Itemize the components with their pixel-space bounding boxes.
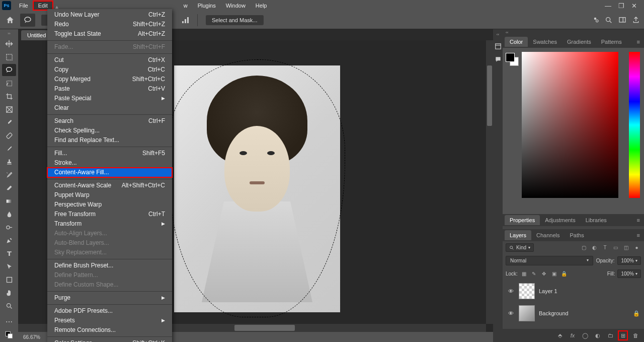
opacity-value[interactable]: 100%▾: [617, 256, 641, 265]
adjustment-layer-icon[interactable]: ◐: [593, 331, 602, 340]
menu-item-paste-special[interactable]: Paste Special▶: [47, 94, 172, 103]
menu-item-cut[interactable]: CutCtrl+X: [47, 55, 172, 65]
visibility-icon[interactable]: 👁: [507, 310, 515, 316]
menu-item-transform[interactable]: Transform▶: [47, 219, 172, 229]
scroll-up-icon[interactable]: ▲: [54, 4, 59, 10]
magic-wand-tool-icon[interactable]: [2, 77, 16, 89]
menu-truncated[interactable]: w: [179, 1, 193, 10]
hue-slider[interactable]: [629, 52, 640, 198]
layer-row[interactable]: 👁 Layer 1: [503, 280, 644, 302]
foreground-color-swatch[interactable]: [506, 53, 515, 62]
workspace-icon[interactable]: [618, 16, 627, 24]
document-canvas[interactable]: [174, 65, 340, 312]
menu-item-remote-connections[interactable]: Remote Connections...: [47, 325, 172, 335]
menu-item-color-settings[interactable]: Color Settings...Shift+Ctrl+K: [47, 338, 172, 342]
frame-tool-icon[interactable]: [2, 103, 16, 115]
layer-name[interactable]: Layer 1: [539, 288, 557, 294]
brush-tool-icon[interactable]: [2, 143, 16, 155]
menu-item-check-spelling[interactable]: Check Spelling...: [47, 126, 172, 135]
tab-adjustments[interactable]: Adjustments: [540, 215, 581, 225]
type-tool-icon[interactable]: [2, 247, 16, 259]
menu-item-paste[interactable]: PasteCtrl+V: [47, 84, 172, 94]
delete-layer-icon[interactable]: 🗑: [631, 331, 640, 340]
marquee-tool-icon[interactable]: [2, 51, 16, 63]
search-icon[interactable]: [605, 16, 613, 24]
menu-item-purge[interactable]: Purge▶: [47, 293, 172, 303]
scrollbar-thumb[interactable]: [487, 65, 492, 126]
expand-icon[interactable]: ‹‹: [497, 32, 499, 37]
tab-patterns[interactable]: Patterns: [596, 37, 627, 47]
filter-kind-select[interactable]: Kind ▾: [506, 243, 534, 252]
menu-item-stroke[interactable]: Stroke...: [47, 158, 172, 168]
eraser-tool-icon[interactable]: [2, 182, 16, 194]
gradient-tool-icon[interactable]: [2, 195, 16, 207]
filter-shape-icon[interactable]: ▭: [611, 243, 620, 252]
history-brush-tool-icon[interactable]: [2, 169, 16, 181]
eyedropper-tool-icon[interactable]: [2, 116, 16, 128]
menu-item-adobe-pdf-presets[interactable]: Adobe PDF Presets...: [47, 306, 172, 316]
tab-color[interactable]: Color: [505, 37, 528, 47]
tab-libraries[interactable]: Libraries: [581, 215, 612, 225]
lock-artboard-icon[interactable]: ▣: [550, 270, 558, 278]
fill-value[interactable]: 100%▾: [617, 269, 641, 278]
menu-item-undo-new-layer[interactable]: Undo New LayerCtrl+Z: [47, 10, 172, 20]
link-layers-icon[interactable]: ⬘: [555, 331, 565, 340]
collapse-icon[interactable]: ‹‹: [503, 29, 644, 36]
menu-item-fill[interactable]: Fill...Shift+F5: [47, 149, 172, 158]
color-picker-field[interactable]: [522, 52, 618, 198]
menu-item-define-brush-preset[interactable]: Define Brush Preset...: [47, 261, 172, 270]
dodge-tool-icon[interactable]: [2, 221, 16, 233]
tab-layers[interactable]: Layers: [505, 230, 531, 240]
move-tool-icon[interactable]: [2, 38, 16, 50]
visibility-icon[interactable]: 👁: [507, 288, 515, 294]
pen-tool-icon[interactable]: [2, 234, 16, 246]
filter-type-icon[interactable]: T: [601, 243, 609, 252]
menu-item-clear[interactable]: Clear: [47, 103, 172, 113]
history-panel-icon[interactable]: [495, 43, 502, 50]
tab-swatches[interactable]: Swatches: [528, 37, 562, 47]
filter-toggle-icon[interactable]: ●: [632, 243, 641, 252]
layer-thumbnail[interactable]: [519, 283, 535, 299]
path-select-tool-icon[interactable]: [2, 260, 16, 272]
heal-tool-icon[interactable]: [2, 129, 16, 142]
menu-help[interactable]: Help: [251, 1, 272, 10]
lock-position-icon[interactable]: ✥: [540, 270, 548, 278]
tab-gradients[interactable]: Gradients: [562, 37, 596, 47]
tab-channels[interactable]: Channels: [531, 230, 565, 240]
tab-properties[interactable]: Properties: [505, 215, 540, 225]
menu-item-perspective-warp[interactable]: Perspective Warp: [47, 200, 172, 210]
lasso-tool-icon[interactable]: [2, 64, 16, 76]
toolbar-expand-icon[interactable]: ››: [8, 31, 10, 36]
levels-icon[interactable]: [181, 16, 191, 24]
home-icon[interactable]: [4, 14, 16, 26]
cloud-share-icon[interactable]: [591, 16, 600, 25]
maximize-icon[interactable]: ❐: [618, 2, 624, 10]
vertical-scrollbar[interactable]: [486, 40, 493, 324]
zoom-tool-icon[interactable]: [2, 300, 16, 312]
layer-row[interactable]: 👁 Background 🔒: [503, 302, 644, 324]
group-icon[interactable]: 🗀: [606, 331, 615, 340]
panel-menu-icon[interactable]: ≡: [633, 217, 644, 223]
panel-menu-icon[interactable]: ≡: [633, 232, 644, 238]
menu-plugins[interactable]: Plugins: [193, 1, 221, 10]
more-tools-icon[interactable]: ⋯: [2, 316, 16, 328]
layer-mask-icon[interactable]: ◯: [581, 331, 590, 340]
crop-tool-icon[interactable]: [2, 90, 16, 102]
filter-pixel-icon[interactable]: ▢: [580, 243, 588, 252]
shape-tool-icon[interactable]: [2, 273, 16, 286]
filter-adjust-icon[interactable]: ◐: [590, 243, 599, 252]
menu-item-find-and-replace-text[interactable]: Find and Replace Text...: [47, 135, 172, 145]
layer-thumbnail[interactable]: [519, 305, 535, 321]
hand-tool-icon[interactable]: [2, 287, 16, 299]
menu-file[interactable]: File: [14, 1, 33, 10]
stamp-tool-icon[interactable]: [2, 156, 16, 168]
menu-item-copy[interactable]: CopyCtrl+C: [47, 65, 172, 75]
layer-name[interactable]: Background: [539, 310, 569, 316]
menu-item-free-transform[interactable]: Free TransformCtrl+T: [47, 210, 172, 219]
panel-menu-icon[interactable]: ≡: [633, 39, 644, 45]
minimize-icon[interactable]: —: [605, 2, 611, 10]
lock-transparent-icon[interactable]: ▦: [520, 270, 528, 278]
menu-item-puppet-warp[interactable]: Puppet Warp: [47, 190, 172, 200]
blend-mode-select[interactable]: Normal▾: [506, 256, 593, 265]
menu-item-content-aware-scale[interactable]: Content-Aware ScaleAlt+Shift+Ctrl+C: [47, 181, 172, 190]
